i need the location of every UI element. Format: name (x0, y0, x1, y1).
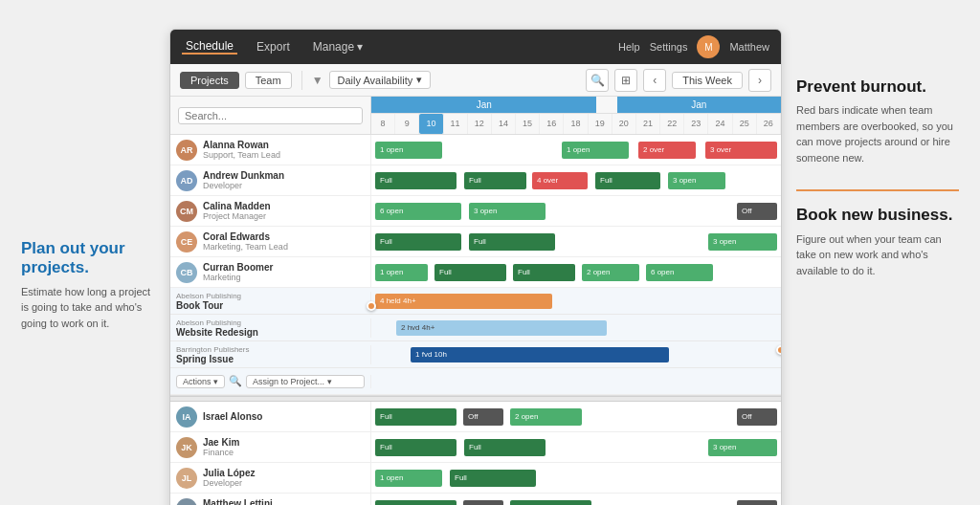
bar: 6 open (646, 264, 713, 281)
avatar: IA (176, 406, 197, 428)
grid-button[interactable]: ⊞ (614, 69, 637, 92)
right-bottom-body: Figure out when your team can take on ne… (796, 231, 959, 279)
avatar: JL (176, 468, 197, 489)
avatar: AR (176, 140, 197, 161)
schedule-bars: 1 open Full (371, 463, 781, 493)
person-info: JK Jae Kim Finance (170, 432, 371, 462)
app-frame: Schedule Export Manage ▾ Help Settings M… (169, 29, 782, 505)
bar-off: Off (737, 203, 777, 220)
bar: 6 open (375, 203, 461, 220)
left-annotation: Plan out your projects. Estimate how lon… (21, 230, 169, 331)
bar: Full (595, 172, 660, 189)
avatar: CM (176, 201, 197, 222)
bar: 3 open (469, 203, 546, 220)
nav-manage[interactable]: Manage ▾ (309, 39, 367, 55)
bar: Full (434, 264, 506, 281)
bar-overbooked: 4 over (532, 172, 588, 189)
help-link[interactable]: Help (618, 41, 640, 53)
person-info: CE Coral Edwards Marketing, Team Lead (170, 227, 371, 256)
person-info: IA Israel Alonso (170, 402, 371, 431)
left-anno-title: Plan out your projects. (21, 239, 155, 278)
project-bar: 1 fvd 10h (411, 347, 669, 362)
project-bar: 2 hvd 4h+ (396, 320, 607, 336)
bar: 3 open (708, 439, 777, 456)
person-info: JL Julia López Developer (170, 463, 371, 493)
schedule-bars: 1 open Full Full 2 open 6 open (371, 257, 781, 287)
bar: 2 open (582, 264, 639, 281)
date-header: Jan Jan 8 9 10 11 12 14 15 16 18 19 20 2… (170, 97, 781, 135)
bar: Full (450, 470, 536, 487)
table-row: CB Curran Boomer Marketing 1 open Full F… (170, 257, 781, 288)
table-row: CE Coral Edwards Marketing, Team Lead Fu… (170, 227, 781, 257)
schedule-bars: Full Full 3 open (371, 227, 781, 256)
prev-week-button[interactable]: ‹ (643, 69, 666, 92)
table-row: IA Israel Alonso Full Off 2 open Off (170, 402, 781, 432)
avatar: JK (176, 437, 197, 458)
bar: 1 open (375, 142, 442, 159)
top-nav: Schedule Export Manage ▾ Help Settings M… (170, 30, 781, 64)
bar: 3 open (708, 233, 777, 251)
tab-team[interactable]: Team (245, 72, 292, 89)
filter-icon: ▼ (312, 74, 323, 87)
project-bars: 1 fvd 10h (371, 341, 781, 367)
people-bottom-section: IA Israel Alonso Full Off 2 open Off (170, 402, 781, 505)
bar: Full (375, 172, 457, 189)
bar: 3 open (668, 172, 725, 189)
bar: 1 open (375, 470, 442, 487)
bar-off: Off (463, 408, 503, 426)
availability-filter[interactable]: Daily Availability ▾ (329, 71, 432, 89)
avatar: CB (176, 262, 197, 283)
bar: Full (375, 500, 457, 506)
bar: Full (513, 264, 575, 281)
date-columns: Jan Jan 8 9 10 11 12 14 15 16 18 19 20 2… (371, 97, 781, 134)
connector-dot-right (776, 345, 781, 355)
right-anno-top: Prevent burnout. Red bars indicate when … (796, 63, 959, 180)
person-info: CM Calina Madden Project Manager (170, 196, 371, 226)
next-week-button[interactable]: › (748, 69, 771, 92)
schedule-bars: Full Off 2 open Off (371, 402, 781, 431)
day-row: 8 9 10 11 12 14 15 16 18 19 20 21 22 23 … (371, 114, 781, 134)
search-col (170, 97, 371, 134)
project-bars: 4 held 4h+ (371, 288, 781, 314)
bar-overbooked: 3 over (705, 142, 777, 159)
schedule-bars: Full Full 4 over Full 3 open (371, 165, 781, 195)
bar-off: Off (737, 500, 777, 506)
right-annotations: Prevent burnout. Red bars indicate when … (782, 29, 959, 293)
project-info: Abelson Publishing Website Redesign (170, 318, 371, 338)
bar: 2 open (510, 408, 582, 426)
schedule-bars: 1 open 1 open 2 over 3 over (371, 135, 781, 165)
person-info: ML Matthew Lettini Designer (170, 494, 371, 505)
bar: Full (375, 439, 457, 456)
project-section: Abelson Publishing Book Tour 4 held 4h+ … (170, 288, 781, 396)
table-row: AR Alanna Rowan Support, Team Lead 1 ope… (170, 135, 781, 165)
nav-export[interactable]: Export (253, 39, 294, 55)
search-input[interactable] (178, 107, 363, 124)
schedule-bars: 6 open 3 open Off (371, 196, 781, 226)
project-row: Barrington Publishers Spring Issue 1 fvd… (170, 341, 781, 368)
table-row: JL Julia López Developer 1 open Full (170, 463, 781, 494)
project-row: Abelson Publishing Website Redesign 2 hv… (170, 315, 781, 341)
settings-link[interactable]: Settings (650, 41, 688, 53)
nav-schedule[interactable]: Schedule (182, 39, 237, 55)
table-row: JK Jae Kim Finance Full Full 3 open (170, 432, 781, 463)
nav-left: Schedule Export Manage ▾ (182, 39, 618, 55)
actions-button[interactable]: Actions ▾ (176, 375, 225, 388)
search-button[interactable]: 🔍 (586, 69, 609, 92)
toolbar-divider (301, 71, 302, 90)
right-bottom-title: Book new business. (796, 206, 959, 225)
tab-projects[interactable]: Projects (180, 72, 239, 89)
nav-right: Help Settings M Matthew (618, 35, 769, 58)
user-avatar[interactable]: M (697, 35, 720, 58)
table-row: CM Calina Madden Project Manager 6 open … (170, 196, 781, 227)
user-name: Matthew (729, 41, 769, 53)
person-info: AD Andrew Dunkman Developer (170, 165, 371, 195)
bar: Full (375, 408, 457, 426)
person-info: AR Alanna Rowan Support, Team Lead (170, 135, 371, 165)
bar: Full (510, 500, 591, 506)
avatar: AD (176, 170, 197, 191)
toolbar: Projects Team ▼ Daily Availability ▾ 🔍 ⊞… (170, 64, 781, 97)
avatar: ML (176, 498, 197, 506)
schedule-bars: Full Full 3 open (371, 432, 781, 462)
bar-off: Off (463, 500, 503, 506)
assign-button[interactable]: Assign to Project... ▾ (246, 375, 365, 388)
